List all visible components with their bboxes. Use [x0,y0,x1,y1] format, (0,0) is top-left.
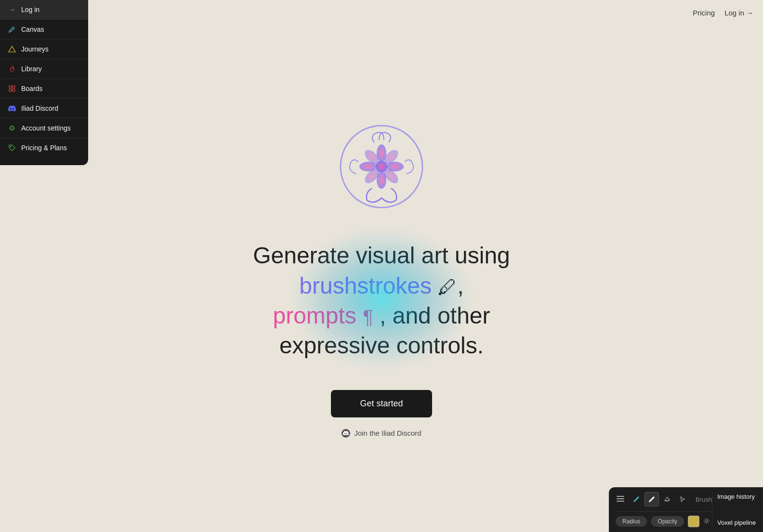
toolbar-left: Brush Radius Opacity [616,492,712,527]
pricing-plans-icon [8,143,16,152]
svg-rect-29 [617,501,624,502]
sidebar-item-label: Iliad Discord [21,104,58,112]
header-right: Pricing Log in → [693,9,753,17]
prompts-text: prompts [273,303,356,328]
pricing-link[interactable]: Pricing [693,9,715,17]
sidebar-item-discord[interactable]: Iliad Discord [0,99,88,118]
hero-line4: expressive controls. [279,333,484,358]
hero-separator: , [457,273,463,298]
logo-container [333,114,430,221]
svg-rect-28 [617,498,624,499]
sidebar-item-pricing-plans[interactable]: Pricing & Plans [0,138,88,157]
sidebar-item-label: Boards [21,85,42,92]
login-label: Log in [724,9,744,17]
journeys-icon [8,45,16,53]
main-content: Generate visual art using brushstrokes 🖊… [0,0,763,532]
svg-rect-6 [13,89,15,91]
brush-label: Brush [696,496,712,503]
hero-line3: , and other [380,303,490,328]
svg-point-16 [10,146,12,147]
discord-icon [8,104,16,113]
svg-rect-4 [13,86,15,88]
toolbar-controls-row: Radius Opacity [616,516,712,527]
voxel-pipeline-dropdown[interactable]: Voxel pipeline [717,518,763,527]
sidebar-item-login[interactable]: → Log in [0,0,88,20]
svg-point-8 [12,125,13,126]
tool-eraser-button[interactable] [660,492,674,506]
discord-join-label: Join the Iliad Discord [354,429,421,437]
login-arrow-icon: → [746,9,753,17]
toolbar-layout: Brush Radius Opacity Image history [616,492,756,527]
radius-button[interactable]: Radius [616,516,647,527]
brush-icon: 🖊 [438,276,457,298]
sidebar-item-account-settings[interactable]: Account settings [0,118,88,138]
sidebar-item-label: Canvas [21,26,44,33]
sidebar-item-label: Log in [21,6,39,13]
sidebar-item-boards[interactable]: Boards [0,79,88,99]
opacity-button[interactable]: Opacity [651,516,684,527]
tool-brush-button[interactable] [645,492,659,506]
toolbar-menu-button[interactable] [616,494,625,505]
svg-rect-5 [9,89,12,91]
tool-select-button[interactable] [675,492,690,506]
voxel-pipeline-label: Voxel pipeline [717,519,756,526]
toolbar-tools [629,492,690,506]
svg-point-10 [9,128,10,129]
hero-line1: Generate visual art using [253,243,510,268]
boards-icon [8,84,16,93]
canvas-icon [8,25,16,34]
svg-rect-3 [9,86,12,88]
sidebar-item-label: Account settings [21,124,71,132]
svg-point-9 [12,130,13,131]
library-icon [8,65,16,73]
toolbar-right: Image history Voxel pipeline [712,492,763,527]
sidebar-item-label: Journeys [21,45,49,53]
header: Pricing Log in → [0,0,763,25]
image-history-label: Image history [717,493,755,500]
svg-point-15 [13,126,14,127]
svg-point-12 [10,126,11,127]
sidebar-item-label: Pricing & Plans [21,144,67,152]
svg-point-11 [14,128,15,129]
svg-point-14 [10,130,11,130]
sidebar-item-label: Library [21,65,42,73]
account-settings-icon [8,124,16,132]
sidebar-item-journeys[interactable]: Journeys [0,39,88,59]
tool-pencil-button[interactable] [629,492,644,506]
toolbar-divider [616,511,712,512]
svg-point-32 [706,519,708,522]
svg-point-13 [13,130,14,130]
toolbar-tools-row: Brush [616,492,712,506]
brushstrokes-text: brushstrokes [299,273,432,298]
discord-small-icon [342,429,350,438]
svg-point-7 [11,127,13,130]
svg-rect-27 [617,496,624,497]
app-logo [333,114,430,220]
discord-join-button[interactable]: Join the Iliad Discord [342,429,421,438]
login-link[interactable]: Log in → [724,9,753,17]
image-history-dropdown[interactable]: Image history [717,492,763,501]
sidebar-item-library[interactable]: Library [0,59,88,79]
sidebar-item-canvas[interactable]: Canvas [0,20,88,39]
hero-text: Generate visual art using brushstrokes 🖊… [253,241,510,361]
sidebar: → Log in Canvas Journeys Library [0,0,88,165]
get-started-button[interactable]: Get started [331,390,432,417]
prompt-icon: ¶ [363,306,373,327]
bottom-toolbar: Brush Radius Opacity Image history [609,487,763,532]
login-icon: → [8,5,16,14]
color-swatch[interactable] [688,516,699,527]
brush-settings-gear[interactable] [703,518,710,526]
